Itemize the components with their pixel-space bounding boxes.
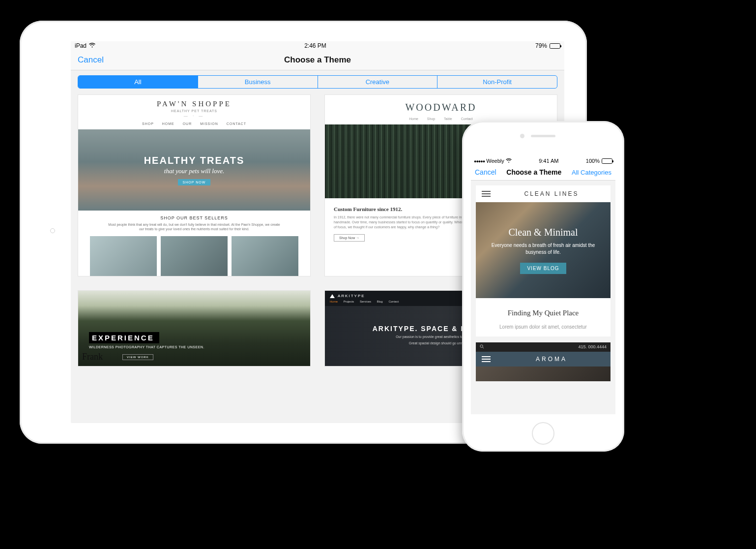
theme-hero: HEALTHY TREATS that your pets will love.…: [78, 129, 310, 211]
hamburger-icon: [482, 191, 491, 197]
iphone-home-button[interactable]: [532, 422, 554, 445]
theme-card-aroma[interactable]: 415. 000.4444 AROMA: [476, 342, 611, 381]
signal-carrier: ●●●●● Weebly: [474, 158, 512, 164]
segment-business[interactable]: Business: [198, 76, 318, 88]
hamburger-icon: [482, 356, 491, 362]
product-tile: [161, 236, 228, 276]
battery-percent: 79%: [535, 42, 547, 49]
segmented-control-wrap: All Business Creative Non-Profit: [71, 70, 564, 94]
page-title: Choose a Theme: [284, 55, 351, 65]
theme-tagline: HEALTHY PET TREATS: [78, 109, 310, 113]
segment-creative[interactable]: Creative: [318, 76, 438, 88]
article-heading: Finding My Quiet Place: [483, 309, 604, 317]
theme-logo: WOODWARD: [325, 95, 557, 117]
theme-hero-image: [476, 366, 611, 381]
hero-subheading: Everyone needs a breath of fresh air ami…: [483, 242, 604, 256]
ipad-nav-bar: Cancel Choose a Theme: [71, 51, 564, 70]
phone-number: 415. 000.4444: [578, 344, 607, 350]
product-row: [78, 231, 310, 276]
cancel-button[interactable]: Cancel: [475, 168, 496, 176]
wifi-icon: [506, 158, 512, 164]
theme-logo: CLEAN LINES: [498, 190, 605, 197]
status-time: 2:46 PM: [304, 42, 326, 49]
hero-heading: Clean & Minimal: [508, 227, 578, 238]
ipad-status-bar: iPad 2:46 PM 79%: [71, 41, 564, 51]
signal-dots-icon: ●●●●●: [474, 159, 485, 164]
iphone-device-frame: ●●●●● Weebly 9:41 AM 100% Cancel Choose …: [462, 121, 624, 452]
theme-article: Finding My Quiet Place Lorem ipsum dolor…: [476, 298, 611, 336]
theme-card-clean-lines[interactable]: CLEAN LINES Clean & Minimal Everyone nee…: [476, 185, 611, 336]
theme-mini-nav: SHOP HOME OUR MISSION CONTACT: [78, 122, 310, 125]
theme-logo: ARKITYPE: [338, 294, 365, 298]
theme-info-bar: 415. 000.4444: [476, 342, 611, 352]
nav-rest: Projects Services Blog Contact: [344, 300, 399, 303]
shop-now-button: Shop Now →: [334, 234, 365, 242]
segment-nonprofit[interactable]: Non-Profit: [437, 76, 557, 88]
shop-now-button: SHOP NOW: [178, 179, 211, 185]
hero-heading: EXPERIENCE: [89, 332, 159, 343]
iphone-screen: ●●●●● Weebly 9:41 AM 100% Cancel Choose …: [471, 156, 615, 414]
signature-logo: Frank: [82, 352, 103, 362]
iphone-nav-bar: Cancel Choose a Theme All Categories: [471, 166, 615, 181]
theme-label: EXPERIENCE WILDERNESS PHOTOGRAPHY THAT C…: [89, 332, 204, 349]
theme-top-bar: AROMA: [476, 352, 611, 366]
search-icon: [480, 344, 484, 350]
iphone-camera: [520, 134, 524, 138]
battery-percent: 100%: [586, 158, 600, 164]
view-blog-button: VIEW BLOG: [520, 263, 566, 274]
hero-subheading: that your pets will love.: [164, 167, 224, 175]
product-tile: [232, 236, 298, 276]
svg-line-1: [483, 347, 484, 348]
device-label: iPad: [75, 42, 87, 49]
theme-card-experience[interactable]: EXPERIENCE WILDERNESS PHOTOGRAPHY THAT C…: [78, 290, 311, 366]
theme-hero: Clean & Minimal Everyone needs a breath …: [476, 202, 611, 298]
battery-icon: [602, 158, 612, 164]
status-time: 9:41 AM: [539, 158, 558, 164]
segment-all[interactable]: All: [78, 76, 198, 88]
theme-logo: PAW'N SHOPPE: [78, 95, 310, 109]
ipad-home-indicator: [50, 228, 55, 233]
product-tile: [90, 236, 157, 276]
article-body: Lorem ipsum dolor sit amet, consectetur: [483, 324, 604, 330]
carrier-label: Weebly: [486, 158, 504, 164]
nav-home: Home: [330, 300, 338, 303]
theme-card-pawn-shoppe[interactable]: PAW'N SHOPPE HEALTHY PET TREATS — · — SH…: [78, 94, 311, 276]
battery-icon: [550, 43, 560, 49]
hero-subheading: WILDERNESS PHOTOGRAPHY THAT CAPTURES THE…: [89, 345, 204, 349]
all-categories-button[interactable]: All Categories: [572, 169, 611, 176]
triangle-icon: [330, 294, 335, 298]
iphone-theme-list[interactable]: CLEAN LINES Clean & Minimal Everyone nee…: [471, 181, 615, 414]
view-work-button: VIEW WORK: [122, 354, 153, 360]
iphone-speaker: [531, 135, 555, 137]
wifi-icon: [89, 42, 95, 49]
iphone-status-bar: ●●●●● Weebly 9:41 AM 100%: [471, 156, 615, 166]
segmented-control: All Business Creative Non-Profit: [78, 75, 557, 89]
svg-point-0: [480, 345, 483, 347]
hero-heading: HEALTHY TREATS: [144, 155, 245, 166]
best-sellers-blurb: Most people think that any treat will do…: [78, 222, 310, 231]
theme-top-bar: CLEAN LINES: [476, 185, 611, 202]
cancel-button[interactable]: Cancel: [78, 55, 104, 65]
page-title: Choose a Theme: [506, 168, 561, 176]
divider: — · —: [78, 114, 310, 118]
theme-logo: AROMA: [498, 356, 605, 363]
best-sellers-heading: SHOP OUR BEST SELLERS: [78, 215, 310, 220]
